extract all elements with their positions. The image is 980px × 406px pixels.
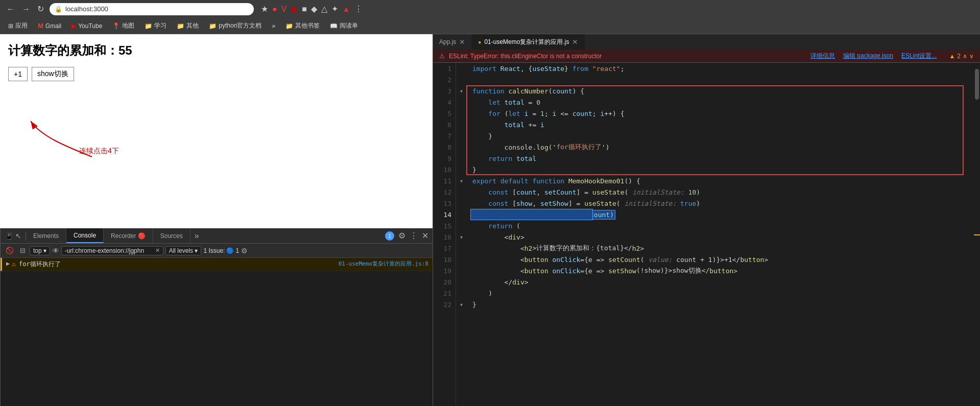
ext-icon-1[interactable]: ■ (302, 5, 307, 14)
bookmark-reader[interactable]: 📖 阅读单 (326, 20, 362, 31)
ext-icon-2[interactable]: ◆ (311, 4, 317, 14)
clear-console-button[interactable]: 🚫 (4, 246, 16, 255)
tab-console[interactable]: Console (66, 228, 104, 243)
tab-appjs-close[interactable]: ✕ (459, 38, 465, 46)
settings-icon[interactable]: ⚙ (398, 231, 405, 241)
code-line-18: <button onClick={e => setCount( value: c… (466, 254, 974, 265)
address-bar[interactable]: 🔒 localhost:3000 (50, 3, 254, 15)
ext-icon-4[interactable]: ✦ (331, 4, 338, 14)
scrollbar-thumb[interactable] (975, 69, 979, 100)
code-line-14: const total = calcNumber(count) (466, 209, 974, 220)
line-num-22: 22 (433, 299, 456, 310)
more-tabs-icon[interactable]: » (190, 231, 203, 241)
chevron-up-icon[interactable]: ∧ (963, 53, 967, 60)
line-num-6: 6 (433, 119, 456, 130)
show-toggle-button[interactable]: show切换 (32, 67, 74, 81)
code-line-12: const [count, setCount] = useState( init… (466, 186, 974, 198)
top-selector[interactable]: top ▾ (30, 246, 50, 255)
forward-button[interactable]: → (19, 4, 33, 15)
collapse-icon-22[interactable]: ▾ (460, 302, 463, 307)
levels-dropdown[interactable]: All levels ▾ (165, 246, 202, 255)
other2-label: 其他书签 (295, 21, 320, 30)
console-settings-button[interactable]: ⚙ (241, 247, 248, 255)
code-line-21: ) (466, 288, 974, 299)
bookmark-other[interactable]: 📁 其他 (173, 20, 203, 31)
code-line-1: import React, {useState} from "react"; (466, 63, 974, 74)
collapse-icon-16[interactable]: ▾ (460, 234, 463, 240)
chevron-down2-icon[interactable]: ∨ (969, 53, 974, 60)
bookmark-other2[interactable]: 📁 其他书签 (281, 20, 324, 31)
editor-tabs: App.js ✕ ● 01-useMemo复杂计算的应用.js ✕ (433, 34, 980, 50)
line-numbers: 1 2 3 4 5 6 7 8 9 10 11 12 13 14 15 16 1… (433, 63, 456, 406)
collapse-icon-3[interactable]: ▾ (460, 88, 463, 94)
python-icon: 📁 (209, 22, 217, 30)
devtools-cursor-icon[interactable]: ↖ (15, 232, 21, 240)
code-line-19: <button onClick={e => setShow(!show)}>sh… (466, 265, 974, 276)
tab-elements[interactable]: Elements (26, 228, 66, 243)
tab-sources[interactable]: Sources (153, 228, 190, 243)
vivaldi-icon[interactable]: V (281, 5, 287, 14)
bookmark-study[interactable]: 📁 学习 (140, 20, 171, 31)
collapse-icon-11[interactable]: ▾ (460, 178, 463, 184)
opera-icon[interactable]: ● (272, 5, 277, 14)
maps-label: 地图 (122, 21, 134, 30)
bookmark-maps[interactable]: 📍 地图 (108, 20, 138, 31)
url-text: localhost:3000 (65, 5, 108, 13)
more-icon[interactable]: ⋮ (354, 4, 363, 14)
refresh-button[interactable]: ↻ (35, 3, 46, 15)
tab-recorder[interactable]: Recorder 🔴 (104, 228, 153, 243)
apps-icon: ⊞ (8, 22, 13, 30)
filter-text: -url:chrome-extension://jgphn (65, 247, 153, 254)
eslint-edit-link[interactable]: 编辑 package.json (843, 52, 893, 60)
tab-usememo-close[interactable]: ✕ (572, 38, 578, 46)
opera-gx-icon[interactable]: ◉ (291, 4, 298, 14)
plus-button[interactable]: +1 (8, 67, 28, 81)
line-num-11: 11 (433, 175, 456, 186)
back-button[interactable]: ← (4, 4, 17, 15)
line-num-21: 21 (433, 288, 456, 299)
ext-icon-3[interactable]: △ (321, 4, 327, 14)
line-num-10: 10 (433, 164, 456, 175)
bookmark-youtube[interactable]: ▶ YouTube (67, 21, 106, 31)
bookmark-python[interactable]: 📁 python官方文档 (205, 20, 266, 31)
code-line-6: total += i (466, 119, 974, 130)
code-area: 1 2 3 4 5 6 7 8 9 10 11 12 13 14 15 16 1… (433, 63, 980, 406)
console-expand-icon[interactable]: ▶ (6, 260, 10, 267)
editor-tab-usememo[interactable]: ● 01-useMemo复杂计算的应用.js ✕ (472, 34, 585, 50)
editor-tab-appjs[interactable]: App.js ✕ (433, 34, 472, 50)
line-num-16: 16 (433, 231, 456, 243)
eslint-links: 详细信息 编辑 package.json ESLint设置... (810, 52, 937, 60)
browser-left-panel: 计算数字的累加和：55 +1 show切换 连续点击4下 📱 (0, 34, 433, 406)
bookmark-gmail[interactable]: M Gmail (34, 21, 65, 31)
bookmark-more[interactable]: » (268, 21, 279, 31)
filter-input[interactable]: -url:chrome-extension://jgphn ✕ (61, 246, 163, 255)
reader-label: 阅读单 (340, 21, 358, 30)
devtools-menu-icon[interactable]: ⋮ (410, 231, 418, 241)
btn-row: +1 show切换 (8, 67, 424, 81)
filter-toggle-button[interactable]: ⊟ (18, 246, 28, 255)
close-devtools-icon[interactable]: ✕ (422, 231, 428, 241)
console-text-0: for循环执行了 (19, 260, 339, 269)
bookmark-apps[interactable]: ⊞ 应用 (4, 20, 32, 31)
devtools-device-icon[interactable]: 📱 (5, 232, 13, 240)
other-label: 其他 (186, 21, 199, 30)
console-source-0[interactable]: 01-useMemo复杂计算的应用.js:8 (339, 260, 428, 268)
eslint-detail-link[interactable]: 详细信息 (810, 52, 835, 60)
console-entry-0: ▶ ⚠ for循环执行了 01-useMemo复杂计算的应用.js:8 (1, 258, 433, 271)
line-num-20: 20 (433, 276, 456, 288)
gutter-icons: ▾ ▾ ▾ (456, 63, 466, 406)
notification-icon[interactable]: ▲ (342, 5, 350, 14)
tab-appjs-label: App.js (439, 38, 456, 45)
line-num-5: 5 (433, 108, 456, 119)
browser-chrome: ← → ↻ 🔒 localhost:3000 ★ ● V ◉ ■ ◆ △ ✦ ▲… (0, 0, 980, 18)
issues-button[interactable]: 1 Issue: 🔵 1 (203, 247, 239, 254)
notification-badge[interactable]: 1 (385, 231, 394, 241)
code-line-9: return total (466, 153, 974, 164)
eslint-settings-link[interactable]: ESLint设置... (901, 52, 937, 60)
editor-scrollbar[interactable] (974, 63, 980, 406)
eye-icon[interactable]: 👁 (52, 247, 59, 255)
maps-icon: 📍 (112, 22, 120, 30)
devtools-notification: 1 ⚙ ⋮ ✕ (385, 231, 433, 241)
filter-clear-icon[interactable]: ✕ (155, 247, 160, 254)
bookmark-icon[interactable]: ★ (261, 4, 268, 14)
